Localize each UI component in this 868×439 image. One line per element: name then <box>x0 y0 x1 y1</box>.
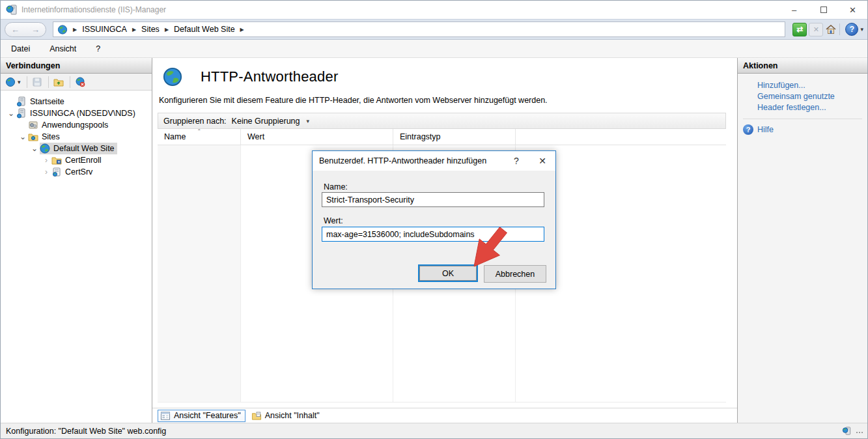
feature-description: Konfigurieren Sie mit diesem Feature die… <box>152 89 737 111</box>
content-view-icon <box>251 411 262 421</box>
actions-body: Hinzufügen... Gemeinsam genutzte Header … <box>738 74 867 135</box>
save-connection-button[interactable] <box>30 76 44 89</box>
sites-folder-icon <box>28 132 38 142</box>
action-set-common-headers-link[interactable]: Gemeinsam genutzte Header festlegen... <box>757 91 855 113</box>
tree-item-certenroll[interactable]: › CertEnroll <box>1 154 152 166</box>
tree-item-label: ISSUINGCA (NDSEDV\NDS) <box>30 109 135 118</box>
forward-button[interactable]: → <box>31 25 40 35</box>
application-icon <box>51 167 62 177</box>
help-button[interactable]: ? <box>845 23 858 36</box>
actions-header: Aktionen <box>738 58 867 74</box>
breadcrumb-default-web-site[interactable]: Default Web Site <box>174 25 235 34</box>
help-dropdown-caret-icon[interactable]: ▾ <box>860 26 863 33</box>
menu-help[interactable]: ? <box>96 44 100 53</box>
home-server-icon <box>16 96 27 107</box>
crumb-separator-icon: ▶ <box>132 27 136 33</box>
column-header-label: Wert <box>247 132 264 141</box>
connections-header: Verbindungen <box>1 58 152 74</box>
go-up-button[interactable] <box>51 76 66 89</box>
column-header-wert[interactable]: Wert <box>241 129 393 145</box>
server-icon <box>16 108 27 119</box>
delete-connection-icon <box>75 77 85 87</box>
connect-globe-icon <box>5 77 16 87</box>
tree-item-sites[interactable]: ⌄ Sites <box>1 131 152 143</box>
folder-up-icon <box>53 77 64 87</box>
list-column-name <box>158 145 241 402</box>
delete-connection-button[interactable] <box>73 76 87 89</box>
create-connection-button[interactable]: ▾ <box>3 76 23 89</box>
statusbar-iis-icon <box>841 426 852 436</box>
minimize-button[interactable]: – <box>779 1 809 19</box>
iis-app-icon <box>6 5 18 15</box>
menu-bar: Datei Ansicht ? <box>1 40 867 58</box>
tree-item-label: Sites <box>42 132 60 141</box>
tree-item-anwendungspools[interactable]: Anwendungspools <box>1 119 152 131</box>
back-button[interactable]: ← <box>11 25 20 35</box>
action-help-link[interactable]: Hilfe <box>757 124 774 135</box>
addressbar-actions: ⇄ ✕ ? ▾ <box>791 23 863 36</box>
column-header-name[interactable]: Name ˆ <box>158 129 241 145</box>
menu-datei[interactable]: Datei <box>11 44 30 53</box>
dialog-title-bar: Benutzerdef. HTTP-Antwortheader hinzufüg… <box>313 151 555 171</box>
toolbar-divider <box>70 76 70 88</box>
address-bar: ← → ▶ ISSUINGCA ▶ Sites ▶ Default Web Si… <box>1 19 867 40</box>
breadcrumb-server[interactable]: ISSUINGCA <box>82 25 127 34</box>
tree-item-issuingca[interactable]: ⌄ ISSUINGCA (NDSEDV\NDS) <box>1 107 152 119</box>
globe-icon <box>57 25 68 35</box>
page-title: HTTP-Antwortheader <box>201 68 338 85</box>
home-button[interactable] <box>826 23 836 36</box>
breadcrumb-sites[interactable]: Sites <box>141 25 160 34</box>
web-site-globe-icon <box>40 143 50 154</box>
chevron-right-icon[interactable]: › <box>41 157 51 163</box>
feature-header: HTTP-Antwortheader <box>152 58 737 89</box>
chevron-down-icon[interactable]: ⌄ <box>6 110 16 117</box>
view-tabs-bar: Ansicht "Features" Ansicht "Inhalt" <box>152 408 737 423</box>
chevron-down-icon[interactable]: ⌄ <box>18 134 28 140</box>
maximize-icon <box>820 7 827 13</box>
sort-ascending-icon: ˆ <box>198 128 201 136</box>
crumb-separator-icon: ▶ <box>165 27 169 33</box>
nav-buttons: ← → <box>5 22 46 37</box>
value-field-label: Wert: <box>324 216 343 225</box>
toolbar-divider <box>48 76 49 88</box>
tree-item-label: Startseite <box>30 97 64 106</box>
tree-item-default-web-site[interactable]: ⌄ Default Web Site <box>1 143 152 154</box>
chevron-down-icon[interactable]: ⌄ <box>29 145 40 152</box>
stop-button[interactable]: ✕ <box>809 23 823 36</box>
crumb-separator-icon: ▶ <box>73 27 77 33</box>
refresh-button[interactable]: ⇄ <box>792 23 807 36</box>
toolbar-divider <box>839 23 840 35</box>
resize-grip[interactable] <box>856 427 863 436</box>
action-help-row: ? Hilfe <box>743 124 862 135</box>
group-by-toolbar: Gruppieren nach: Keine Gruppierung ▾ <box>158 113 726 129</box>
dialog-close-button[interactable]: ✕ <box>529 151 555 171</box>
maximize-button[interactable] <box>809 1 838 19</box>
save-disk-icon <box>32 77 42 87</box>
column-header-label: Name <box>164 132 186 141</box>
dialog-title: Benutzerdef. HTTP-Antwortheader hinzufüg… <box>319 156 486 165</box>
dialog-help-button[interactable]: ? <box>503 151 529 171</box>
tab-features-view[interactable]: Ansicht "Features" <box>158 410 245 422</box>
group-by-value: Keine Gruppierung <box>232 117 300 126</box>
breadcrumb[interactable]: ▶ ISSUINGCA ▶ Sites ▶ Default Web Site ▶ <box>53 21 785 37</box>
crumb-separator-icon: ▶ <box>240 27 244 33</box>
column-header-eintragstyp[interactable]: Eintragstyp <box>393 129 516 145</box>
help-circle-icon: ? <box>743 124 753 135</box>
http-response-headers-icon <box>163 67 182 87</box>
column-header-blank <box>516 129 726 145</box>
chevron-right-icon[interactable]: › <box>41 169 51 175</box>
features-view-icon <box>160 411 171 421</box>
connections-panel: Verbindungen ▾ <box>1 58 152 423</box>
group-by-label: Gruppieren nach: <box>163 117 227 126</box>
tree-item-startseite[interactable]: Startseite <box>1 96 152 107</box>
name-input[interactable]: Strict-Transport-Security <box>322 192 544 207</box>
action-add-link[interactable]: Hinzufügen... <box>757 80 862 91</box>
close-button[interactable]: ✕ <box>838 1 867 19</box>
tree-item-certsrv[interactable]: › CertSrv <box>1 166 152 178</box>
virtual-directory-icon <box>51 155 62 165</box>
status-text: Konfiguration: "Default Web Site" web.co… <box>6 427 166 436</box>
toolbar-divider <box>27 76 27 88</box>
menu-ansicht[interactable]: Ansicht <box>49 44 76 53</box>
tab-content-view[interactable]: Ansicht "Inhalt" <box>249 410 324 421</box>
group-by-dropdown[interactable]: Keine Gruppierung ▾ <box>232 117 309 126</box>
